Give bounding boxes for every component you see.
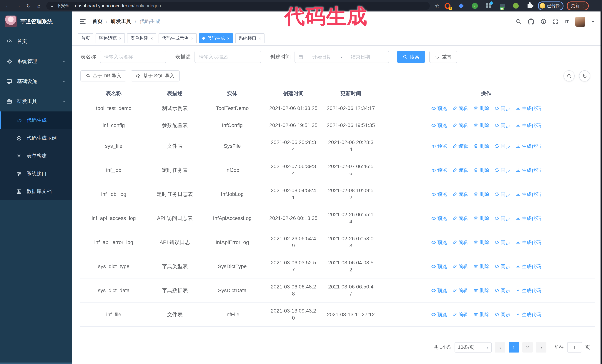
reload-icon[interactable]: ↻ xyxy=(23,3,34,9)
preview-link[interactable]: 预览 xyxy=(431,287,447,294)
tab-form-builder[interactable]: 表单构建× xyxy=(127,33,156,43)
table-desc-input[interactable] xyxy=(194,51,261,63)
page-button-1[interactable]: 1 xyxy=(509,342,519,353)
sidebar-item-system-api[interactable]: 系统接口 xyxy=(0,165,72,183)
delete-link[interactable]: 删除 xyxy=(473,142,489,149)
extension-check-icon[interactable]: ✓ xyxy=(472,2,478,9)
generate-code-link[interactable]: 生成代码 xyxy=(516,166,541,174)
edit-link[interactable]: 编辑 xyxy=(452,105,468,112)
search-icon[interactable] xyxy=(516,19,521,24)
delete-link[interactable]: 删除 xyxy=(473,105,489,112)
sync-link[interactable]: 同步 xyxy=(494,105,510,112)
generate-code-link[interactable]: 生成代码 xyxy=(516,142,541,149)
edit-link[interactable]: 编辑 xyxy=(452,190,468,198)
font-size-icon[interactable]: tT xyxy=(564,19,569,24)
page-size-select[interactable]: 10条/页 ▾ xyxy=(455,342,492,353)
preview-link[interactable]: 预览 xyxy=(431,166,447,174)
browser-profile-chip[interactable]: 已暂停 xyxy=(538,1,563,10)
sync-link[interactable]: 同步 xyxy=(494,142,510,149)
tab-system-api[interactable]: 系统接口× xyxy=(235,33,265,43)
preview-link[interactable]: 预览 xyxy=(431,122,447,129)
preview-link[interactable]: 预览 xyxy=(431,215,447,222)
delete-link[interactable]: 删除 xyxy=(473,166,489,174)
edit-link[interactable]: 编辑 xyxy=(452,263,468,270)
reset-button[interactable]: 重置 xyxy=(429,51,457,63)
url-bar[interactable]: ▲ 不安全 dashboard.yudao.iocoder.cn/tool/co… xyxy=(46,2,430,10)
import-sql-button[interactable]: 基于 SQL 导入 xyxy=(131,70,180,82)
extension-gem-icon[interactable] xyxy=(458,2,464,9)
sidebar-item-system[interactable]: 系统管理 xyxy=(0,52,72,72)
hide-search-button[interactable] xyxy=(563,70,575,82)
generate-code-link[interactable]: 生成代码 xyxy=(516,122,541,129)
sync-link[interactable]: 同步 xyxy=(494,166,510,174)
date-range-picker[interactable]: - xyxy=(294,51,389,63)
table-name-input[interactable] xyxy=(100,51,166,63)
avatar-caret-down-icon[interactable] xyxy=(592,21,595,22)
close-icon[interactable]: × xyxy=(150,36,153,41)
sync-link[interactable]: 同步 xyxy=(494,190,510,198)
preview-link[interactable]: 预览 xyxy=(431,311,447,318)
extension-orange-icon[interactable]: 1 xyxy=(444,2,451,9)
close-icon[interactable]: × xyxy=(258,36,261,41)
generate-code-link[interactable]: 生成代码 xyxy=(516,105,541,112)
sidebar-item-codegen-example[interactable]: 代码生成示例 xyxy=(0,129,72,147)
import-db-button[interactable]: 基于 DB 导入 xyxy=(80,70,127,82)
sync-link[interactable]: 同步 xyxy=(494,311,510,318)
edit-link[interactable]: 编辑 xyxy=(452,239,468,246)
browser-update-chip[interactable]: 更新 ⋮ xyxy=(567,1,589,10)
delete-link[interactable]: 删除 xyxy=(473,190,489,198)
extension-grid-icon[interactable] xyxy=(485,2,492,9)
tab-home[interactable]: 首页 xyxy=(78,33,93,43)
sync-link[interactable]: 同步 xyxy=(494,215,510,222)
preview-link[interactable]: 预览 xyxy=(431,239,447,246)
generate-code-link[interactable]: 生成代码 xyxy=(516,239,541,246)
edit-link[interactable]: 编辑 xyxy=(452,142,468,149)
close-icon[interactable]: × xyxy=(227,36,230,41)
edit-link[interactable]: 编辑 xyxy=(452,287,468,294)
edit-link[interactable]: 编辑 xyxy=(452,122,468,129)
tab-codegen[interactable]: 代码生成× xyxy=(199,33,233,43)
page-button-2[interactable]: 2 xyxy=(522,342,533,353)
sidebar-item-home[interactable]: 首页 xyxy=(0,31,72,52)
edit-link[interactable]: 编辑 xyxy=(452,311,468,318)
delete-link[interactable]: 删除 xyxy=(473,215,489,222)
generate-code-link[interactable]: 生成代码 xyxy=(516,311,541,318)
delete-link[interactable]: 删除 xyxy=(473,263,489,270)
refresh-table-button[interactable] xyxy=(579,70,590,82)
breadcrumb-home[interactable]: 首页 xyxy=(92,18,103,25)
end-date-input[interactable] xyxy=(344,54,377,60)
search-button[interactable]: 搜索 xyxy=(397,51,425,63)
delete-link[interactable]: 删除 xyxy=(473,311,489,318)
edit-link[interactable]: 编辑 xyxy=(452,166,468,174)
window-scrollbar[interactable] xyxy=(601,11,602,364)
sidebar-item-infra[interactable]: 基础设施 xyxy=(0,72,72,92)
github-icon[interactable] xyxy=(528,18,534,25)
delete-link[interactable]: 删除 xyxy=(473,122,489,129)
hamburger-icon[interactable] xyxy=(80,19,86,24)
tab-trace[interactable]: 链路追踪× xyxy=(96,33,125,43)
bookmark-star-icon[interactable]: ☆ xyxy=(435,3,440,9)
sidebar-item-form-builder[interactable]: 表单构建 xyxy=(0,147,72,165)
user-avatar[interactable] xyxy=(575,16,585,26)
sidebar-item-codegen[interactable]: 代码生成 xyxy=(0,112,72,129)
next-page-button[interactable]: › xyxy=(536,342,547,353)
edit-link[interactable]: 编辑 xyxy=(452,215,468,222)
generate-code-link[interactable]: 生成代码 xyxy=(516,287,541,294)
sync-link[interactable]: 同步 xyxy=(494,287,510,294)
forward-icon[interactable]: → xyxy=(13,3,23,9)
extensions-puzzle-icon[interactable] xyxy=(526,2,533,9)
breadcrumb-devtools[interactable]: 研发工具 xyxy=(111,18,131,25)
fullscreen-icon[interactable] xyxy=(553,19,558,24)
generate-code-link[interactable]: 生成代码 xyxy=(516,215,541,222)
extension-bot-icon[interactable] xyxy=(513,2,519,9)
sync-link[interactable]: 同步 xyxy=(494,122,510,129)
sidebar-logo-row[interactable]: 芋道管理系统 xyxy=(0,11,72,31)
generate-code-link[interactable]: 生成代码 xyxy=(516,190,541,198)
start-date-input[interactable] xyxy=(305,54,339,60)
close-icon[interactable]: × xyxy=(191,36,194,41)
help-icon[interactable] xyxy=(540,19,546,24)
generate-code-link[interactable]: 生成代码 xyxy=(516,263,541,270)
tab-codegen-example[interactable]: 代码生成示例× xyxy=(159,33,197,43)
preview-link[interactable]: 预览 xyxy=(431,190,447,198)
preview-link[interactable]: 预览 xyxy=(431,105,447,112)
